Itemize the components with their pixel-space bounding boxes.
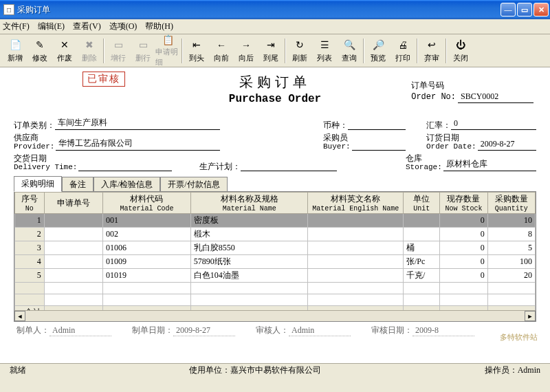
cell[interactable]: 0 (440, 228, 487, 241)
tool-unapprove-button[interactable]: ↩弃审 (419, 36, 444, 65)
buyer-value[interactable] (352, 140, 406, 151)
plan-value[interactable] (241, 161, 337, 171)
cell[interactable]: 001 (102, 214, 190, 228)
order-type-value[interactable]: 车间生产原料 (55, 117, 220, 130)
col-header[interactable]: 单位Unit (404, 193, 440, 214)
cell[interactable]: 白色104油墨 (190, 269, 308, 283)
tool-void-button[interactable]: ✕作废 (52, 36, 77, 65)
tool-new-button[interactable]: 📄新增 (3, 36, 28, 65)
cell[interactable]: 01009 (102, 255, 190, 269)
tool-edit-button[interactable]: ✎修改 (28, 36, 52, 65)
tool-last-button[interactable]: ⇥到尾 (258, 36, 283, 65)
tool-prev-button[interactable]: ←向前 (209, 36, 234, 65)
cell[interactable]: 0 (440, 214, 487, 228)
rate-value[interactable]: 0 (451, 118, 536, 130)
maximize-button[interactable]: ▭ (517, 3, 532, 17)
col-header[interactable]: 现存数量Now Stock (440, 193, 487, 214)
cell[interactable]: 100 (487, 255, 535, 269)
provider-value[interactable]: 华博工艺品有限公司 (56, 138, 220, 151)
currency-value[interactable] (348, 120, 406, 130)
order-date-value[interactable]: 2009-8-27 (478, 139, 536, 151)
titlebar: □ 采购订单 — ▭ ✕ (0, 0, 550, 19)
menu-option[interactable]: 选项(O) (109, 21, 138, 32)
tool-preview-button[interactable]: 🔎预览 (366, 36, 390, 65)
cell[interactable] (404, 228, 440, 241)
cell[interactable]: 01019 (102, 269, 190, 283)
cell[interactable]: 57890纸张 (190, 255, 308, 269)
cell[interactable]: 5 (487, 241, 535, 255)
cell[interactable]: 5 (15, 269, 45, 283)
cell[interactable]: 千克/ (404, 269, 440, 283)
storage-value[interactable]: 原材料仓库 (443, 158, 536, 171)
tool-search-button[interactable]: 🔍查询 (337, 36, 362, 65)
horizontal-scrollbar[interactable]: ◄ ► (14, 310, 536, 321)
cell[interactable]: 002 (102, 228, 190, 241)
cell[interactable]: 密度板 (190, 214, 308, 228)
cell[interactable]: 乳白胶8550 (190, 241, 308, 255)
scroll-track[interactable] (25, 311, 525, 321)
cell[interactable]: 4 (15, 255, 45, 269)
tool-list-label: 列表 (317, 53, 332, 63)
toolbar-separator (363, 39, 364, 63)
rate-label: 汇率： (426, 120, 451, 130)
tab-0[interactable]: 采购明细 (14, 176, 62, 192)
cell[interactable]: 0 (440, 269, 487, 283)
cell[interactable]: 01006 (102, 241, 190, 255)
col-header[interactable]: 材料代码Material Code (102, 193, 190, 214)
cell[interactable]: 10 (487, 214, 535, 228)
cell[interactable] (44, 255, 102, 269)
cell[interactable]: 椴木 (190, 228, 308, 241)
cell[interactable]: 1 (15, 214, 45, 228)
cell[interactable] (308, 255, 404, 269)
cell[interactable] (44, 214, 102, 228)
tool-void-label: 作废 (57, 53, 72, 63)
menu-help[interactable]: 帮助(H) (145, 21, 173, 32)
menu-view[interactable]: 查看(V) (73, 21, 101, 32)
table-row[interactable]: 501019白色104油墨千克/020 (15, 269, 536, 283)
tab-1[interactable]: 备注 (62, 177, 94, 192)
cell[interactable]: 0 (440, 255, 487, 269)
tool-list-button[interactable]: ☰列表 (312, 36, 337, 65)
table-row[interactable]: 2002椴木08 (15, 228, 536, 241)
tab-3[interactable]: 开票/付款信息 (160, 177, 227, 192)
cell[interactable] (308, 241, 404, 255)
cell[interactable]: 张/Pc (404, 255, 440, 269)
cell[interactable] (44, 228, 102, 241)
cell[interactable] (404, 214, 440, 228)
col-header[interactable]: 序号No (15, 193, 45, 214)
tool-first-button[interactable]: ⇤到头 (184, 36, 209, 65)
tool-reqdet-label: 申请明细 (155, 47, 180, 67)
cell[interactable] (308, 269, 404, 283)
toolbar-separator (103, 39, 104, 63)
menu-file[interactable]: 文件(F) (3, 21, 30, 32)
tool-next-button[interactable]: →向后 (234, 36, 258, 65)
menu-edit[interactable]: 编辑(E) (38, 21, 65, 32)
tool-close-button[interactable]: ⏻关闭 (448, 36, 473, 65)
table-row[interactable]: 301006乳白胶8550桶05 (15, 241, 536, 255)
cell[interactable] (44, 241, 102, 255)
cell[interactable]: 2 (15, 228, 45, 241)
cell[interactable]: 3 (15, 241, 45, 255)
cell[interactable] (308, 214, 404, 228)
delivery-value[interactable] (78, 161, 172, 171)
purchase-grid[interactable]: 序号No申请单号材料代码Material Code材料名称及规格Material… (14, 192, 536, 320)
scroll-left-icon[interactable]: ◄ (14, 311, 25, 321)
tool-print-button[interactable]: 🖨打印 (390, 36, 415, 65)
col-header[interactable]: 申请单号 (44, 193, 102, 214)
cell[interactable] (308, 228, 404, 241)
cell[interactable]: 8 (487, 228, 535, 241)
cell[interactable]: 0 (440, 241, 487, 255)
cell[interactable] (44, 269, 102, 283)
close-button[interactable]: ✕ (534, 3, 549, 17)
col-header[interactable]: 采购数量Quantity (487, 193, 535, 214)
table-row[interactable]: 40100957890纸张张/Pc0100 (15, 255, 536, 269)
scroll-right-icon[interactable]: ► (525, 311, 536, 321)
col-header[interactable]: 材料英文名称Material English Name (308, 193, 404, 214)
tool-refresh-button[interactable]: ↻刷新 (287, 36, 312, 65)
tab-2[interactable]: 入库/检验信息 (94, 177, 160, 192)
cell[interactable]: 桶 (404, 241, 440, 255)
minimize-button[interactable]: — (500, 3, 516, 17)
cell[interactable]: 20 (487, 269, 535, 283)
table-row[interactable]: 1001密度板010 (15, 214, 536, 228)
col-header[interactable]: 材料名称及规格Material Name (190, 193, 308, 214)
